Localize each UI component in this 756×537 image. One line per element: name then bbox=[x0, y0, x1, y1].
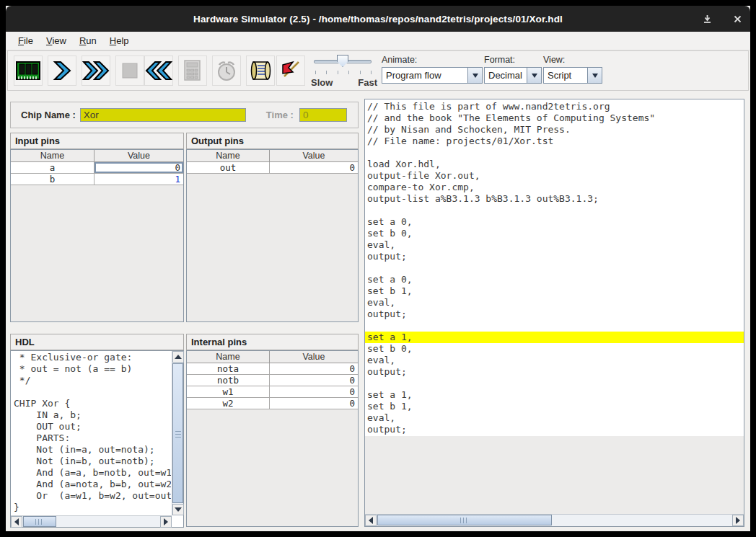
script-code[interactable]: // This file is part of www.nand2tetris.… bbox=[365, 99, 744, 436]
arrow-left-icon bbox=[11, 518, 19, 525]
pin-name-cell: a bbox=[11, 162, 94, 173]
chip-name-field[interactable]: Xor bbox=[80, 108, 246, 122]
toolbar: Slow Fast Animate: Program flow Format: … bbox=[7, 50, 749, 91]
format-dropdown-button[interactable] bbox=[527, 68, 541, 83]
run-button[interactable] bbox=[82, 56, 110, 86]
code-line: * out = not (a == b) bbox=[12, 363, 171, 375]
app-window: Hardware Simulator (2.5) - /home/thomas/… bbox=[6, 6, 750, 531]
load-script-button[interactable] bbox=[246, 56, 275, 86]
pin-name-cell: out bbox=[187, 162, 270, 173]
menu-run[interactable]: Run bbox=[73, 33, 103, 48]
table-row[interactable]: notb0 bbox=[187, 375, 358, 386]
arrow-right-icon bbox=[164, 518, 172, 525]
pin-value-cell[interactable]: 0 bbox=[270, 162, 358, 173]
scroll-right-button[interactable] bbox=[732, 515, 744, 526]
view-dropdown-button[interactable] bbox=[587, 68, 602, 83]
code-line: Or (a=w1, b=w2, out=out); bbox=[12, 490, 171, 502]
code-line: IN a, b; bbox=[12, 409, 171, 421]
format-label: Format: bbox=[484, 55, 542, 65]
column-header-name: Name bbox=[11, 150, 94, 161]
pin-value-cell[interactable]: 0 bbox=[270, 363, 358, 374]
slider-ticks bbox=[315, 71, 372, 74]
speed-slider-thumb[interactable] bbox=[337, 55, 348, 67]
clock-button bbox=[212, 56, 241, 86]
time-label: Time : bbox=[266, 110, 294, 120]
script-horizontal-scrollbar[interactable] bbox=[365, 514, 744, 526]
single-step-icon bbox=[52, 60, 72, 81]
animate-dropdown[interactable]: Program flow bbox=[382, 67, 483, 84]
code-line: output-file Xor.out, bbox=[365, 170, 744, 182]
pin-value-cell[interactable]: 0 bbox=[270, 386, 358, 397]
hdl-panel: HDL * Exclusive-or gate: * out = not (a … bbox=[10, 334, 184, 528]
menu-view[interactable]: View bbox=[40, 33, 73, 48]
animate-value: Program flow bbox=[382, 68, 467, 83]
close-button[interactable] bbox=[731, 13, 743, 25]
code-line bbox=[365, 205, 744, 216]
time-field: 0 bbox=[299, 108, 347, 122]
table-row[interactable]: nota0 bbox=[187, 363, 358, 375]
scroll-right-button[interactable] bbox=[160, 516, 172, 528]
pin-name-cell: w2 bbox=[187, 398, 270, 409]
pin-value-cell[interactable]: 0 bbox=[270, 398, 358, 409]
format-dropdown[interactable]: Decimal bbox=[484, 67, 542, 84]
view-dropdown[interactable]: Script bbox=[543, 67, 602, 84]
code-line bbox=[365, 147, 744, 159]
title-bar[interactable]: Hardware Simulator (2.5) - /home/thomas/… bbox=[6, 6, 750, 32]
scrollbar-thumb[interactable] bbox=[172, 363, 183, 503]
chevron-down-icon bbox=[472, 74, 478, 81]
minimize-button[interactable] bbox=[701, 13, 713, 25]
scrollbar-thumb[interactable] bbox=[23, 516, 56, 527]
chip-name-bar: Chip Name : Xor Time : 0 bbox=[10, 102, 359, 128]
table-row[interactable]: b1 bbox=[11, 174, 183, 185]
scrollbar-thumb[interactable] bbox=[377, 515, 552, 525]
chip-name-label: Chip Name : bbox=[21, 110, 76, 120]
table-row[interactable]: w20 bbox=[187, 398, 358, 409]
code-line: set b 1, bbox=[365, 401, 744, 412]
pin-value-cell[interactable]: 1 bbox=[94, 174, 183, 185]
code-line: PARTS: bbox=[12, 432, 171, 444]
scroll-down-button[interactable] bbox=[172, 504, 184, 515]
reset-icon bbox=[145, 60, 172, 81]
script-scroll-icon bbox=[249, 59, 272, 82]
code-line: And (a=a, b=notb, out=w1); bbox=[12, 467, 171, 479]
pin-value-cell[interactable]: 0 bbox=[270, 375, 358, 386]
code-line: CHIP Xor { bbox=[12, 398, 171, 409]
chevron-down-icon bbox=[532, 74, 537, 81]
single-step-button[interactable] bbox=[48, 56, 76, 86]
speed-slider-group: Slow Fast bbox=[311, 53, 377, 89]
menu-help[interactable]: Help bbox=[103, 33, 136, 48]
breakpoints-button[interactable] bbox=[276, 56, 305, 86]
menu-file[interactable]: File bbox=[12, 33, 40, 48]
arrow-right-icon bbox=[736, 517, 744, 524]
code-line: compare-to Xor.cmp, bbox=[365, 182, 744, 193]
hdl-horizontal-scrollbar[interactable] bbox=[11, 515, 172, 527]
reset-button[interactable] bbox=[144, 56, 173, 86]
scroll-left-button[interactable] bbox=[365, 515, 377, 526]
code-line: eval, bbox=[365, 412, 744, 424]
hdl-view: * Exclusive-or gate: * out = not (a == b… bbox=[10, 350, 184, 528]
animate-dropdown-button[interactable] bbox=[467, 68, 482, 83]
slider-slow-label: Slow bbox=[311, 77, 333, 88]
arrow-up-icon bbox=[175, 351, 182, 359]
table-row[interactable]: out0 bbox=[187, 162, 358, 174]
calculator-button bbox=[178, 56, 207, 86]
internal-pins-table: Name Value nota0notb0w10w20 bbox=[186, 350, 359, 527]
scroll-up-button[interactable] bbox=[172, 351, 184, 363]
pin-name-cell: nota bbox=[187, 363, 270, 374]
main-content: Chip Name : Xor Time : 0 Input pins Name… bbox=[6, 91, 750, 531]
menu-bar: File View Run Help bbox=[6, 32, 750, 50]
scroll-left-button[interactable] bbox=[11, 516, 22, 528]
load-chip-button[interactable] bbox=[14, 56, 43, 86]
format-value: Decimal bbox=[485, 68, 527, 83]
table-row[interactable]: a0 bbox=[11, 162, 183, 174]
internal-pins-panel: Internal pins Name Value nota0notb0w10w2… bbox=[186, 334, 359, 527]
column-header-value: Value bbox=[270, 351, 358, 363]
pin-value-cell[interactable]: 0 bbox=[94, 162, 183, 173]
run-icon bbox=[82, 60, 110, 81]
close-icon bbox=[734, 15, 742, 23]
code-line bbox=[365, 378, 744, 389]
hdl-vertical-scrollbar[interactable] bbox=[172, 351, 183, 515]
column-header-name: Name bbox=[187, 351, 270, 363]
arrow-down-icon bbox=[175, 507, 182, 515]
table-row[interactable]: w10 bbox=[187, 386, 358, 398]
